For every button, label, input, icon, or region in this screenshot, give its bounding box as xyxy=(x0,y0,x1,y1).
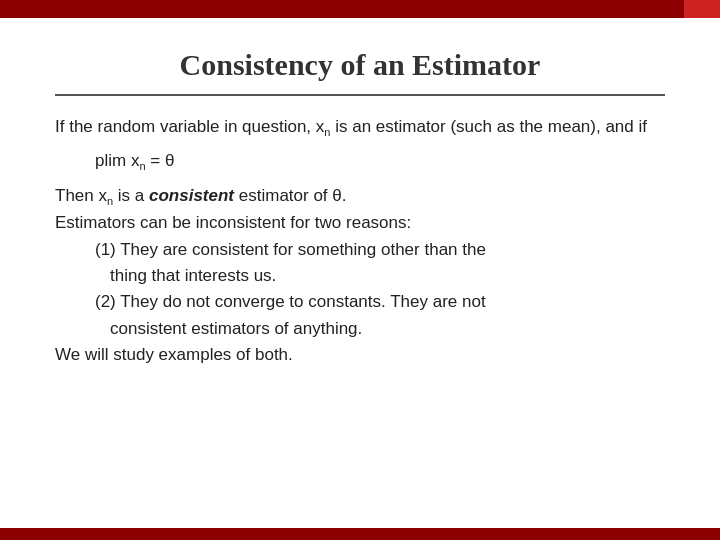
para1-text-end: is an estimator (such as the mean), and … xyxy=(330,117,647,136)
plim-text-end: = θ xyxy=(146,151,175,170)
then-line: Then xn is a consistent estimator of θ. xyxy=(55,183,665,210)
estimators-line: Estimators can be inconsistent for two r… xyxy=(55,210,665,236)
then-text-end: estimator of θ. xyxy=(234,186,346,205)
point1-start: (1) They are consistent for something ot… xyxy=(95,237,665,263)
corner-box xyxy=(684,0,720,18)
slide: Consistency of an Estimator If the rando… xyxy=(0,0,720,540)
point2-start: (2) They do not converge to constants. T… xyxy=(95,289,665,315)
title-divider xyxy=(55,94,665,96)
point1-cont: thing that interests us. xyxy=(110,263,665,289)
slide-title: Consistency of an Estimator xyxy=(55,48,665,82)
we-line: We will study examples of both. xyxy=(55,342,665,368)
point2-cont: consistent estimators of anything. xyxy=(110,316,665,342)
top-bar xyxy=(0,0,720,18)
then-text-start: Then x xyxy=(55,186,107,205)
plim-text-start: plim x xyxy=(95,151,139,170)
plim-equation: plim xn = θ xyxy=(95,151,665,172)
slide-content: Consistency of an Estimator If the rando… xyxy=(0,18,720,398)
then-text-mid: is a xyxy=(113,186,149,205)
then-consistent: consistent xyxy=(149,186,234,205)
paragraph1: If the random variable in question, xn i… xyxy=(55,114,665,141)
para1-text-start: If the random variable in question, x xyxy=(55,117,324,136)
bottom-bar xyxy=(0,528,720,540)
